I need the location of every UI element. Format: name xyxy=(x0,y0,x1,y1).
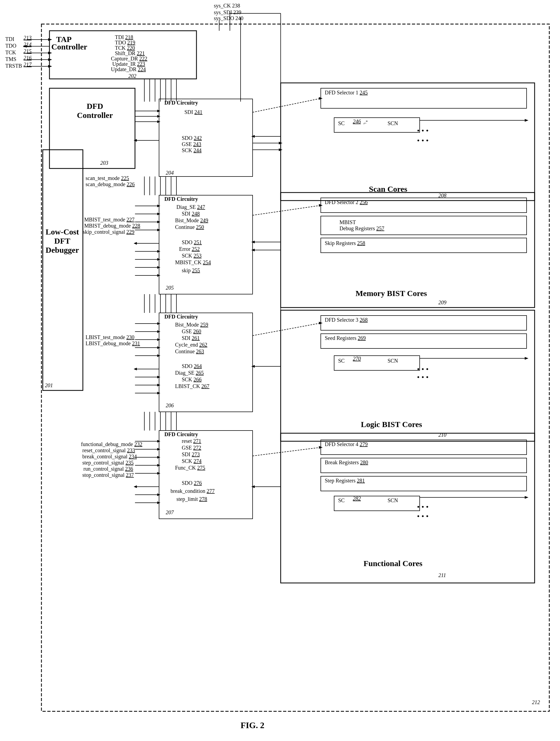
dfd-sel-1-sc-num: 246 xyxy=(353,119,361,125)
scan-test-mode: scan_test_mode 225 xyxy=(85,175,129,181)
dfd-circ-3-sdi: SDI 261 xyxy=(182,335,200,341)
dfd-circ-2-sck: SCK 253 xyxy=(182,253,202,259)
svg-marker-77 xyxy=(157,229,160,231)
trstb-num: 217 xyxy=(23,62,31,68)
dfd-sel-2-label: DFD Selector 2 256 xyxy=(325,199,368,205)
tap-num: 202 xyxy=(128,73,136,79)
skip-reg-label: Skip Registers 258 xyxy=(325,240,365,246)
svg-marker-85 xyxy=(157,266,160,269)
svg-marker-75 xyxy=(157,221,160,223)
step-reg-label: Step Registers 281 xyxy=(325,478,365,484)
svg-marker-97 xyxy=(157,354,160,357)
dfd-circ-2-mbistck: MBIST_CK 254 xyxy=(175,259,211,266)
svg-marker-111 xyxy=(157,456,160,459)
dfd-circ-4-breakcond: break_condition 277 xyxy=(170,488,215,494)
svg-marker-101 xyxy=(157,376,160,379)
sys-ck-label: sys_CK 238 xyxy=(214,3,240,9)
svg-text:• • •: • • • xyxy=(417,512,428,520)
svg-text:• • •: • • • xyxy=(417,373,428,381)
lbist-cores-title: Logic BIST Cores xyxy=(361,420,422,429)
dfd-circ-4-sck: SCK 274 xyxy=(182,458,202,464)
svg-rect-0 xyxy=(42,24,549,711)
func-cores-title: Functional Cores xyxy=(363,559,422,568)
dfd-circ-2-continue: Continue 250 xyxy=(175,224,204,230)
svg-marker-123 xyxy=(319,97,323,100)
svg-marker-67 xyxy=(157,120,160,123)
lbist-debug-mode: LBIST_debug_mode 231 xyxy=(85,340,140,347)
svg-marker-129 xyxy=(279,148,283,151)
svg-marker-139 xyxy=(251,365,255,368)
svg-marker-127 xyxy=(279,142,283,144)
svg-rect-18 xyxy=(334,356,420,370)
tap-subtitle: Controller xyxy=(51,42,87,51)
dfd-sel-3-label: DFD Selector 3 268 xyxy=(325,317,368,323)
svg-marker-113 xyxy=(157,464,160,467)
svg-rect-8 xyxy=(281,83,535,201)
dfd-controller-num: 203 xyxy=(100,160,108,166)
dfd-circ-1-sdo: SDO 242 xyxy=(182,135,202,141)
dfd-circ-4-num: 207 xyxy=(166,510,174,516)
dfd-circ-2-diagse: Diag_SE 247 xyxy=(177,204,205,210)
sys-sdo-label: sys_SDO 240 xyxy=(214,15,243,21)
dfd-circ-3-num: 206 xyxy=(166,402,174,409)
func-sc: SC xyxy=(338,497,345,503)
svg-marker-95 xyxy=(157,346,160,349)
dfd-circ-1-gse: GSE 243 xyxy=(182,141,201,147)
svg-marker-31 xyxy=(48,58,52,61)
sys-sdi-label: sys_SDI 239 xyxy=(214,9,241,15)
dfd-sel-4-label: DFD Selector 4 279 xyxy=(325,441,368,448)
svg-marker-109 xyxy=(157,448,160,451)
svg-rect-10 xyxy=(334,118,420,132)
dfd-circ-2-sdo: SDO 251 xyxy=(182,239,202,246)
svg-marker-154 xyxy=(525,496,529,499)
svg-marker-99 xyxy=(134,368,137,370)
dfd-circ-3-sdo: SDO 264 xyxy=(182,363,202,369)
lbist-cores-num: 210 xyxy=(438,432,446,438)
page: • • • • • • • • • • • • • • • • • • sys_… xyxy=(0,0,560,741)
svg-marker-87 xyxy=(157,274,160,277)
func-sc-num: 282 xyxy=(353,495,361,502)
dfd-circ-1-sck: SCK 244 xyxy=(182,147,202,153)
dfd-circ-4-sdi: SDI 273 xyxy=(182,451,200,458)
svg-line-122 xyxy=(253,98,321,112)
svg-marker-119 xyxy=(157,493,160,496)
dfd-circ-2-sdi: SDI 248 xyxy=(182,211,200,217)
dfd-circ-3-continue: Continue 263 xyxy=(175,348,204,355)
svg-marker-83 xyxy=(157,258,160,261)
dfd-circ-3-gse: GSE 260 xyxy=(182,328,201,335)
svg-marker-79 xyxy=(134,242,137,245)
svg-text:• • •: • • • xyxy=(417,503,428,511)
dfd-circ-3-sck: SCK 266 xyxy=(182,377,202,383)
dfd-circ-4-reset: reset 271 xyxy=(182,438,201,444)
lcdft-num: 201 xyxy=(45,383,53,389)
outer-box-num: 212 xyxy=(532,699,540,705)
svg-marker-71 xyxy=(157,205,160,207)
svg-marker-81 xyxy=(157,250,160,253)
svg-line-140 xyxy=(253,448,321,456)
dfd-sel-1-label: DFD Selector 1 245 xyxy=(325,89,368,96)
svg-marker-65 xyxy=(157,115,160,118)
tdo-ext-label: TDO xyxy=(5,43,16,49)
svg-marker-103 xyxy=(157,384,160,386)
dfd-circ-3-diagse: Diag_SE 265 xyxy=(175,370,204,376)
svg-rect-23 xyxy=(334,496,420,511)
svg-rect-2 xyxy=(50,88,135,169)
svg-text:• • •: • • • xyxy=(417,365,428,373)
svg-marker-121 xyxy=(157,501,160,504)
functional-debug-mode: functional_debug_mode 232 xyxy=(81,441,142,448)
scan-debug-mode: scan_debug_mode 226 xyxy=(85,181,135,188)
lbist-scn: SCN xyxy=(388,358,398,364)
svg-marker-89 xyxy=(157,322,160,325)
dfd-circ-2-num: 205 xyxy=(166,285,174,291)
dfd-circ-2-bistmode: Bist_Mode 249 xyxy=(175,217,208,223)
svg-marker-137 xyxy=(319,322,323,324)
mbist-debug-mode: MBIST_debug_mode 228 xyxy=(84,223,140,229)
svg-marker-117 xyxy=(134,485,137,488)
tck-num: 215 xyxy=(23,48,31,54)
lcdft-label: Low-CostDFTDebugger xyxy=(44,227,81,255)
svg-marker-33 xyxy=(48,65,52,68)
skip-control-signal: skip_control_signal 229 xyxy=(83,229,134,235)
svg-marker-73 xyxy=(157,213,160,215)
svg-marker-63 xyxy=(157,110,160,112)
svg-line-136 xyxy=(253,323,321,336)
